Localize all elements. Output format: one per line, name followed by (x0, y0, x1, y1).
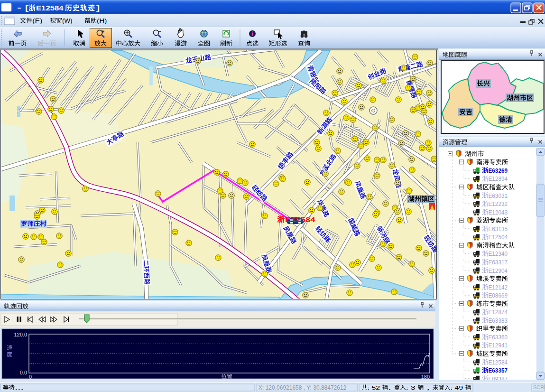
svg-text:(F): (F) (32, 18, 43, 24)
svg-text:E63317: E63317 (489, 259, 508, 266)
svg-text:...: ... (15, 385, 24, 391)
svg-text:E63357: E63357 (489, 367, 508, 374)
svg-text:E63383: E63383 (489, 317, 508, 324)
svg-text:0.0: 0.0 (20, 370, 27, 375)
svg-text:E12584: E12584 (285, 216, 315, 224)
svg-text:.: . (388, 385, 394, 391)
svg-text:E12142: E12142 (489, 284, 508, 291)
svg-text:E12904: E12904 (489, 268, 508, 274)
svg-text:E12894: E12894 (489, 176, 508, 182)
svg-text:[: [ (25, 4, 28, 12)
svg-text:(W): (W) (62, 18, 73, 24)
svg-text:SCRL: SCRL (533, 384, 545, 390)
svg-text:: 3: : 3 (406, 385, 418, 391)
svg-text:]: ] (96, 4, 100, 12)
svg-text:(H): (H) (97, 18, 107, 24)
svg-text:,: , (424, 385, 433, 391)
svg-text:E12504: E12504 (489, 234, 508, 241)
svg-text:: 49: : 49 (451, 385, 465, 391)
svg-text:E12941: E12941 (489, 342, 508, 349)
svg-text:180: 180 (421, 374, 430, 380)
svg-text:E12874: E12874 (489, 309, 508, 316)
svg-text:E12043: E12043 (489, 209, 508, 216)
svg-text:E12340: E12340 (489, 251, 508, 257)
svg-text:E63269: E63269 (489, 168, 508, 174)
svg-text:X: 120.06921658 , Y: 30.884726: X: 120.06921658 , Y: 30.88472612 (259, 384, 347, 391)
svg-text:: 52: : 52 (368, 385, 382, 391)
svg-text:E63135: E63135 (489, 226, 508, 233)
svg-text:120.0: 120.0 (14, 332, 27, 337)
svg-text:E08669: E08669 (489, 292, 508, 299)
svg-text:E12584: E12584 (489, 359, 508, 366)
svg-text:E12232: E12232 (489, 201, 508, 207)
svg-text:0: 0 (29, 374, 32, 380)
svg-text:-: - (17, 4, 22, 11)
svg-text:E12584: E12584 (36, 5, 64, 12)
svg-text:E63360: E63360 (489, 334, 508, 341)
svg-text:E63031: E63031 (489, 193, 508, 199)
